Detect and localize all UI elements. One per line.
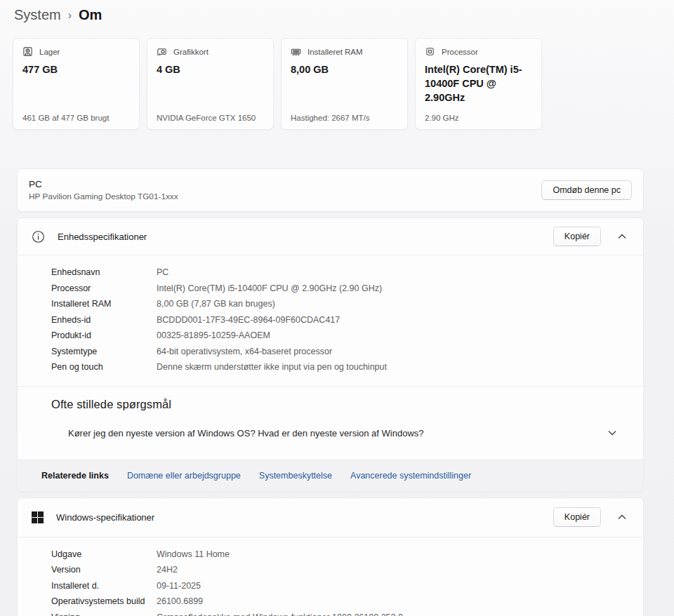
spec-row: Version 24H2 <box>51 562 626 578</box>
windows-spec-list: Udgave Windows 11 Home Version 24H2 Inst… <box>18 537 643 616</box>
spec-row: Installeret RAM 8,00 GB (7,87 GB kan bru… <box>51 296 626 312</box>
summary-card-label: Processor <box>442 48 478 56</box>
copy-windows-specs-button[interactable]: Kopiér <box>553 507 601 527</box>
summary-card-value: 477 GB <box>22 62 130 76</box>
chevron-up-icon <box>618 234 626 239</box>
faq-question-row[interactable]: Kører jeg den nyeste version af Windows … <box>68 422 626 444</box>
summary-card-value: 8,00 GB <box>291 62 398 76</box>
copy-device-specs-button[interactable]: Kopiér <box>553 227 601 246</box>
link-advanced-system-settings[interactable]: Avancerede systemindstillinger <box>350 471 471 481</box>
spec-row: Enheds-id BCDDD001-17F3-49EC-8964-09F60C… <box>51 312 626 328</box>
summary-card-storage: Lager 477 GB 461 GB af 477 GB brugt <box>13 38 140 130</box>
summary-card-label: Installeret RAM <box>308 48 363 56</box>
related-links-strip: Relaterede links Domæne eller arbejdsgru… <box>18 460 643 491</box>
summary-card-value: 4 GB <box>157 62 264 76</box>
summary-card-ram: Installeret RAM 8,00 GB Hastighed: 2667 … <box>281 38 408 130</box>
page-title: Om <box>79 7 102 23</box>
windows-logo-icon <box>32 511 44 523</box>
windows-specs-card: Windows-specifikationer Kopiér Udgave Wi… <box>17 497 644 616</box>
breadcrumb-system[interactable]: System <box>14 7 61 23</box>
device-model: HP Pavilion Gaming Desktop TG01-1xxx <box>29 192 178 201</box>
spec-row: Installeret d. 09-11-2025 <box>51 578 626 594</box>
spec-row: Processor Intel(R) Core(TM) i5-10400F CP… <box>51 281 626 297</box>
windows-specs-header[interactable]: Windows-specifikationer Kopiér <box>18 498 643 537</box>
gpu-icon <box>157 46 167 57</box>
rename-pc-button[interactable]: Omdøb denne pc <box>541 180 632 200</box>
summary-card-footer: 2.90 GHz <box>425 114 532 122</box>
faq-heading: Ofte stillede spørgsmål <box>51 398 626 411</box>
faq-question: Kører jeg den nyeste version af Windows … <box>68 428 424 438</box>
summary-cards-row: Lager 477 GB 461 GB af 477 GB brugt Graf… <box>13 38 674 130</box>
device-specs-header[interactable]: Enhedsspecifikationer Kopiér <box>18 218 643 255</box>
settings-about-page: System › Om Lager 477 GB 461 GB af 477 G… <box>0 0 674 616</box>
spec-row: Enhedsnavn PC <box>51 265 626 281</box>
breadcrumb: System › Om <box>0 0 674 23</box>
info-icon <box>32 230 45 243</box>
summary-card-footer: NVIDIA GeForce GTX 1650 <box>157 114 264 122</box>
chevron-down-icon <box>608 430 616 436</box>
summary-card-gpu: Grafikkort 4 GB NVIDIA GeForce GTX 1650 <box>147 38 274 130</box>
pc-name-card: PC HP Pavilion Gaming Desktop TG01-1xxx … <box>17 168 644 212</box>
summary-card-processor: Processor Intel(R) Core(TM) i5-10400F CP… <box>415 38 542 130</box>
main-content: PC HP Pavilion Gaming Desktop TG01-1xxx … <box>17 168 644 616</box>
summary-card-label: Grafikkort <box>173 48 209 56</box>
spec-row: Visning Grænsefladepakke med Windows-fun… <box>51 610 626 616</box>
spec-row: Pen og touch Denne skærm understøtter ik… <box>51 359 626 375</box>
summary-card-footer: Hastighed: 2667 MT/s <box>291 114 398 122</box>
section-title: Windows-specifikationer <box>56 512 154 523</box>
ram-icon <box>291 46 301 57</box>
storage-icon <box>22 46 33 57</box>
collapse-windows-specs-button[interactable] <box>612 511 632 523</box>
summary-card-label: Lager <box>39 48 60 56</box>
related-links-label: Relaterede links <box>41 471 109 481</box>
device-spec-list: Enhedsnavn PC Processor Intel(R) Core(TM… <box>18 255 643 386</box>
spec-row: Udgave Windows 11 Home <box>51 547 626 563</box>
faq-section: Ofte stillede spørgsmål Kører jeg den ny… <box>18 387 643 460</box>
link-system-protection[interactable]: Systembeskyttelse <box>259 471 332 481</box>
device-name: PC <box>29 179 178 189</box>
device-specs-card: Enhedsspecifikationer Kopiér Enhedsnavn … <box>17 217 644 492</box>
spec-row: Produkt-id 00325-81895-10259-AAOEM <box>51 328 626 344</box>
section-title: Enhedsspecifikationer <box>58 232 147 242</box>
chevron-right-icon: › <box>68 9 72 22</box>
spec-row: Systemtype 64-bit operativsystem, x64-ba… <box>51 344 626 360</box>
spec-row: Operativsystemets build 26100.6899 <box>51 594 626 610</box>
link-domain-or-workgroup[interactable]: Domæne eller arbejdsgruppe <box>127 471 241 481</box>
summary-card-value: Intel(R) Core(TM) i5-10400F CPU @ 2.90GH… <box>425 62 532 105</box>
cpu-icon <box>425 46 435 57</box>
summary-card-footer: 461 GB af 477 GB brugt <box>22 114 130 122</box>
collapse-device-specs-button[interactable] <box>612 231 632 242</box>
chevron-up-icon <box>618 514 626 520</box>
